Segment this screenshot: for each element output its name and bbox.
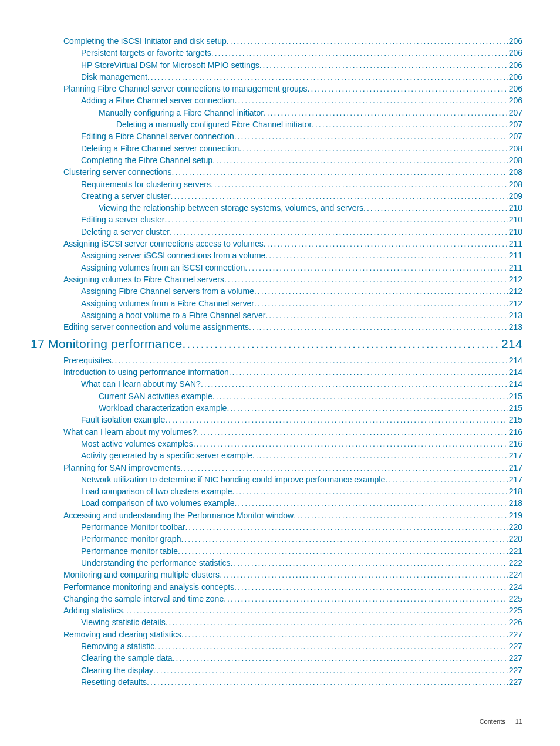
toc-leader-dots [229,366,508,378]
toc-entry[interactable]: Manually configuring a Fibre Channel ini… [63,107,522,119]
toc-entry-page: 227 [508,629,522,640]
toc-leader-dots [123,605,507,616]
toc-entry-page: 224 [508,569,522,580]
toc-entry-title: Workload characterization example [99,402,227,414]
toc-entry[interactable]: What can I learn about my volumes?216 [63,426,522,438]
toc-entry-page: 214 [508,355,522,366]
toc-entry[interactable]: Editing server connection and volume ass… [63,321,522,333]
toc-entry[interactable]: Assigning volumes from a Fibre Channel s… [63,298,522,309]
toc-leader-dots [220,569,508,580]
toc-entry[interactable]: Persistent targets or favorite targets20… [63,47,522,59]
toc-entry[interactable]: Changing the sample interval and time zo… [63,593,522,605]
toc-entry[interactable]: Performance monitor graph220 [63,533,522,545]
toc-entry[interactable]: Deleting a manually configured Fibre Cha… [63,119,522,130]
toc-leader-dots [308,83,508,94]
toc-entry-page: 227 [508,676,522,688]
toc-leader-dots [197,426,507,438]
toc-entry[interactable]: HP StoreVirtual DSM for Microsoft MPIO s… [63,59,522,71]
toc-entry-page: 206 [508,83,522,94]
toc-entry-title: Deleting a Fibre Channel server connecti… [81,143,239,154]
toc-entry[interactable]: Performance monitor table221 [63,545,522,557]
toc-entry[interactable]: Workload characterization example215 [63,402,522,414]
toc-entry[interactable]: Requirements for clustering servers208 [63,178,522,190]
toc-entry[interactable]: Editing a Fibre Channel server connectio… [63,130,522,142]
toc-entry[interactable]: Deleting a Fibre Channel server connecti… [63,143,522,154]
toc-entry[interactable]: Adding a Fibre Channel server connection… [63,94,522,106]
toc-entry[interactable]: Most active volumes examples216 [63,438,522,450]
toc-entry-page: 214 [508,366,522,378]
toc-entry-page: 215 [508,390,522,402]
toc-entry-title: Planning Fibre Channel server connection… [63,83,308,94]
toc-leader-dots [252,450,508,461]
toc-entry-page: 225 [508,605,522,616]
toc-entry[interactable]: Performance Monitor toolbar220 [63,521,522,533]
toc-entry[interactable]: Creating a server cluster209 [63,190,522,202]
toc-entry-page: 216 [508,438,522,450]
toc-entry[interactable]: Viewing statistic details226 [63,616,522,628]
toc-leader-dots [265,309,507,321]
toc-leader-dots [235,94,508,106]
toc-entry[interactable]: Clearing the sample data227 [63,652,522,664]
toc-entry-page: 211 [508,249,522,261]
toc-entry-title: Performance Monitor toolbar [81,521,185,533]
toc-entry-title: Assigning Fibre Channel servers from a v… [81,285,254,297]
toc-entry[interactable]: Monitoring and comparing multiple cluste… [63,569,522,580]
toc-entry[interactable]: Assigning volumes to Fibre Channel serve… [63,274,522,285]
toc-entry[interactable]: Network utilization to determine if NIC … [63,474,522,485]
toc-entry[interactable]: Assigning iSCSI server connections acces… [63,238,522,249]
toc-entry[interactable]: Disk management206 [63,71,522,83]
toc-entry[interactable]: Editing a server cluster210 [63,214,522,225]
toc-entry-title: Assigning volumes to Fibre Channel serve… [63,274,224,285]
toc-entry[interactable]: Resetting defaults227 [63,676,522,688]
toc-leader-dots [312,119,508,130]
toc-entry[interactable]: Assigning Fibre Channel servers from a v… [63,285,522,297]
toc-leader-dots [264,107,508,119]
toc-entry[interactable]: Assigning server iSCSI connections from … [63,249,522,261]
toc-entry-page: 220 [508,521,522,533]
toc-entry[interactable]: Introduction to using performance inform… [63,366,522,378]
toc-entry[interactable]: Deleting a server cluster210 [63,226,522,238]
toc-entry-title: Monitoring and comparing multiple cluste… [63,569,220,580]
toc-entry[interactable]: Clearing the display227 [63,664,522,676]
toc-entry-title: Introduction to using performance inform… [63,366,229,378]
toc-entry-title: Completing the iSCSI Initiator and disk … [63,35,227,47]
toc-entry-page: 227 [508,640,522,652]
toc-entry[interactable]: Completing the Fibre Channel setup208 [63,154,522,166]
toc-entry[interactable]: Prerequisites214 [63,355,522,366]
toc-leader-dots [385,474,507,485]
toc-entry-title: Planning for SAN improvements [63,462,180,474]
toc-entry[interactable]: Planning Fibre Channel server connection… [63,83,522,94]
toc-entry[interactable]: Accessing and understanding the Performa… [63,509,522,521]
toc-entry[interactable]: Assigning a boot volume to a Fibre Chann… [63,309,522,321]
toc-entry[interactable]: Removing and clearing statistics227 [63,629,522,640]
toc-entry[interactable]: Understanding the performance statistics… [63,557,522,569]
toc-entry-title: Disk management [81,71,147,83]
toc-leader-dots [181,533,507,545]
toc-entry[interactable]: Removing a statistic227 [63,640,522,652]
toc-entry[interactable]: Viewing the relationship between storage… [63,202,522,214]
toc-leader-dots [232,485,508,497]
toc-entry[interactable]: Current SAN activities example215 [63,390,522,402]
toc-leader-dots [234,497,507,509]
toc-entry[interactable]: Load comparison of two volumes example21… [63,497,522,509]
toc-entry[interactable]: Activity generated by a specific server … [63,450,522,461]
toc-leader-dots [166,616,508,628]
toc-entry-title: Deleting a manually configured Fibre Cha… [116,119,312,130]
toc-entry[interactable]: 17 Monitoring performance 214 [31,335,522,353]
footer-label: Contents [480,718,505,725]
toc-entry-page: 206 [508,94,522,106]
toc-entry[interactable]: Load comparison of two clusters example2… [63,485,522,497]
toc-leader-dots [193,438,508,450]
toc-entry-title: Assigning volumes from an iSCSI connecti… [81,262,245,274]
toc-leader-dots [170,226,508,238]
toc-entry[interactable]: Planning for SAN improvements217 [63,462,522,474]
toc-entry[interactable]: Fault isolation example215 [63,414,522,426]
toc-leader-dots [171,166,507,178]
toc-entry[interactable]: Clustering server connections208 [63,166,522,178]
toc-entry[interactable]: Assigning volumes from an iSCSI connecti… [63,262,522,274]
toc-entry[interactable]: Completing the iSCSI Initiator and disk … [63,35,522,47]
toc-entry-page: 208 [508,143,522,154]
toc-entry[interactable]: Performance monitoring and analysis conc… [63,581,522,593]
toc-entry[interactable]: Adding statistics225 [63,605,522,616]
toc-entry[interactable]: What can I learn about my SAN?214 [63,378,522,390]
